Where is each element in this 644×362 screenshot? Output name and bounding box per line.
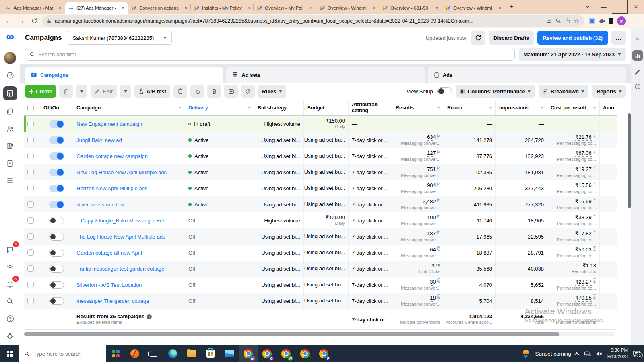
delete-button[interactable] bbox=[207, 85, 221, 98]
campaign-toggle[interactable] bbox=[49, 281, 64, 289]
taskbar-edge-icon[interactable] bbox=[163, 345, 182, 362]
taskbar-chrome-icon[interactable]: G bbox=[258, 345, 277, 362]
taskbar-app-diagram[interactable] bbox=[106, 345, 125, 362]
row-checkbox[interactable] bbox=[27, 298, 34, 304]
notifications-bell-icon[interactable]: 27 bbox=[3, 278, 17, 290]
tab-close-icon[interactable]: × bbox=[309, 5, 314, 11]
header-reach[interactable]: Reach bbox=[444, 100, 496, 115]
action-center-icon[interactable]: 2 bbox=[633, 350, 640, 357]
search-filter-box[interactable] bbox=[25, 48, 515, 61]
volume-icon[interactable] bbox=[596, 351, 603, 357]
weather-sun-icon[interactable] bbox=[522, 349, 530, 358]
tab-close-icon[interactable]: × bbox=[497, 5, 502, 11]
zoom-icon[interactable] bbox=[555, 18, 561, 24]
refresh-button[interactable] bbox=[471, 31, 485, 45]
campaign-link[interactable]: Silverton - A/B Test Location bbox=[76, 282, 142, 288]
clipboard-button[interactable] bbox=[173, 85, 187, 98]
tab-campaigns[interactable]: Campaigns bbox=[25, 67, 223, 83]
taskbar-store-icon[interactable] bbox=[201, 345, 220, 362]
browser-profile-avatar[interactable]: m bbox=[617, 16, 626, 25]
campaign-link[interactable]: New Engagement campaign bbox=[76, 121, 142, 127]
account-avatar[interactable] bbox=[4, 52, 16, 64]
more-options-button[interactable]: ... bbox=[611, 31, 626, 45]
taskbar-app-basketball[interactable] bbox=[125, 345, 144, 362]
cost-value[interactable]: ₹17.82 bbox=[575, 230, 592, 237]
results-value[interactable]: 18 bbox=[430, 295, 436, 302]
header-cost[interactable]: Cost per result bbox=[547, 100, 600, 115]
header-impressions[interactable]: Impressions bbox=[496, 100, 547, 115]
history-panel-icon[interactable] bbox=[634, 83, 641, 90]
extension-icon[interactable] bbox=[589, 18, 595, 24]
browser-tab[interactable]: ∞ (27) Ads Manager - × bbox=[65, 2, 128, 14]
row-checkbox[interactable] bbox=[27, 169, 34, 175]
results-value[interactable]: 100 bbox=[427, 214, 436, 221]
results-value[interactable]: 751 bbox=[427, 166, 436, 173]
vertical-scrollbar-thumb[interactable] bbox=[628, 113, 631, 208]
browser-tab[interactable]: ∞ Overview - Windmi × bbox=[442, 2, 505, 14]
taskbar-clock[interactable]: 5:36 PM 9/13/2023 bbox=[607, 347, 628, 360]
campaign-link[interactable]: Garden cottage all new April bbox=[76, 250, 142, 256]
duplicate-caret-button[interactable] bbox=[76, 85, 87, 98]
campaign-link[interactable]: The Log House New April Multiple ads bbox=[76, 234, 165, 240]
tab-close-icon[interactable]: × bbox=[246, 5, 251, 11]
campaign-link[interactable]: Garden cottage new campaign bbox=[76, 153, 148, 159]
overview-icon[interactable] bbox=[3, 69, 17, 81]
cost-value[interactable]: ₹15.99 bbox=[575, 198, 592, 205]
address-bar[interactable]: adsmanager.facebook.com/adsmanager/manag… bbox=[42, 15, 584, 27]
all-tools-icon[interactable] bbox=[3, 175, 17, 187]
campaign-link[interactable]: Jungli Bakri new ad bbox=[76, 137, 122, 143]
close-window-button[interactable]: × bbox=[628, 0, 644, 14]
browser-menu-icon[interactable]: ⋮ bbox=[630, 18, 638, 24]
help-icon[interactable] bbox=[3, 313, 17, 325]
minimize-button[interactable]: — bbox=[596, 0, 612, 14]
campaign-link[interactable]: Traffic messanger test garden cottage bbox=[76, 266, 164, 272]
campaign-toggle[interactable] bbox=[49, 120, 64, 128]
date-range-selector[interactable]: Maximum: 21 Apr 2022 - 13 Sep 2023 bbox=[519, 48, 626, 61]
campaign-toggle[interactable] bbox=[49, 297, 64, 305]
events-manager-icon[interactable] bbox=[3, 157, 17, 169]
install-icon[interactable] bbox=[546, 18, 552, 24]
info-icon[interactable]: i bbox=[147, 314, 152, 319]
results-value[interactable]: 30 bbox=[430, 279, 436, 286]
cost-value[interactable]: ₹50.03 bbox=[575, 247, 592, 253]
browser-tab[interactable]: ∞ Insights - My Policy × bbox=[191, 2, 254, 14]
campaign-toggle[interactable] bbox=[49, 152, 64, 160]
results-value[interactable]: 984 bbox=[427, 182, 436, 189]
header-campaign[interactable]: Campaign bbox=[73, 100, 185, 115]
campaign-toggle[interactable] bbox=[49, 169, 64, 176]
vertical-scrollbar[interactable] bbox=[628, 100, 631, 317]
forward-icon[interactable]: → bbox=[16, 16, 27, 26]
cost-value[interactable]: ₹67.06 bbox=[575, 150, 592, 157]
results-value[interactable]: 127 bbox=[427, 150, 436, 157]
edit-panel-icon[interactable] bbox=[634, 69, 641, 75]
campaign-link[interactable]: sliver tone same test bbox=[76, 202, 124, 208]
tab-close-icon[interactable]: × bbox=[58, 5, 62, 11]
discard-drafts-button[interactable]: Discard Drafts bbox=[489, 31, 534, 45]
tab-ads[interactable]: Ads bbox=[428, 67, 626, 83]
reports-button[interactable]: Reports bbox=[592, 85, 626, 98]
row-checkbox[interactable] bbox=[27, 137, 34, 143]
pages-icon[interactable] bbox=[3, 105, 17, 117]
weather-text[interactable]: Sunset coming bbox=[535, 351, 571, 357]
results-value[interactable]: 634 bbox=[427, 134, 436, 141]
breakdown-button[interactable]: Breakdown bbox=[539, 85, 588, 98]
browser-tab[interactable]: ∞ Overview - Windmi × bbox=[316, 2, 379, 14]
results-value[interactable]: 64 bbox=[430, 247, 436, 253]
task-view-button[interactable] bbox=[144, 345, 163, 362]
cost-value[interactable]: ₹33.39 bbox=[575, 214, 592, 221]
back-icon[interactable]: ← bbox=[3, 16, 14, 26]
row-checkbox[interactable] bbox=[27, 217, 34, 224]
campaign-link[interactable]: New Log House New April Multiple ads bbox=[76, 169, 167, 175]
header-budget[interactable]: Budget bbox=[304, 100, 349, 115]
settings-gear-icon[interactable] bbox=[3, 261, 17, 273]
new-tab-button[interactable]: + bbox=[506, 2, 517, 12]
browser-tab[interactable]: ∞ Overview - 631-50 × bbox=[379, 2, 442, 14]
taskbar-mail-icon[interactable] bbox=[220, 345, 239, 362]
row-checkbox[interactable] bbox=[27, 249, 34, 256]
horizontal-scrollbar-thumb[interactable] bbox=[24, 332, 559, 336]
row-checkbox[interactable] bbox=[27, 121, 34, 127]
start-button[interactable] bbox=[0, 345, 19, 362]
campaign-link[interactable]: Horizon New April Multiple ads bbox=[76, 185, 147, 191]
hidden-icons-chevron[interactable] bbox=[574, 352, 579, 356]
network-icon[interactable] bbox=[584, 351, 591, 357]
